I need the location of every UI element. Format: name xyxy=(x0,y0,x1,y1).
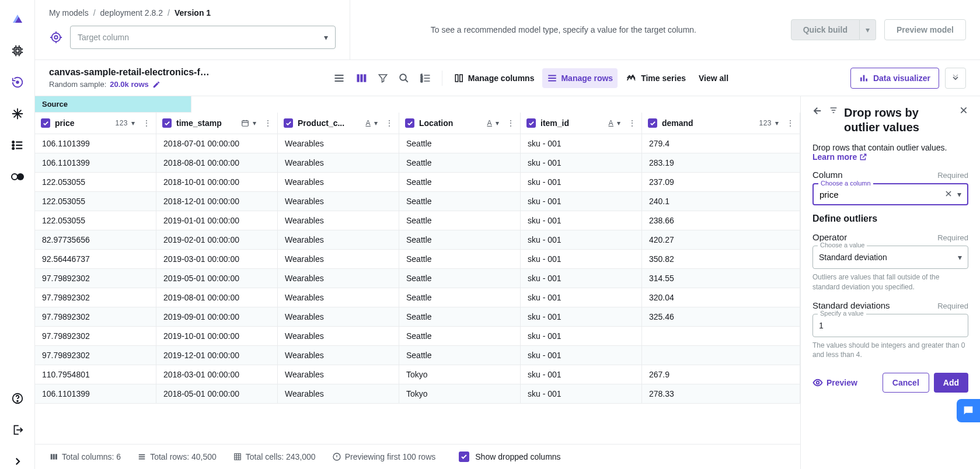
refresh-icon[interactable] xyxy=(10,75,25,90)
view-grid-icon[interactable] xyxy=(352,68,371,88)
list-icon[interactable] xyxy=(10,138,25,153)
table-row[interactable]: 97.798923022019-08-01 00:00:00WearablesS… xyxy=(35,288,800,307)
kebab-icon[interactable]: ⋮ xyxy=(787,119,794,127)
filter-settings-icon[interactable] xyxy=(829,106,838,115)
caret-down-icon[interactable]: ▾ xyxy=(617,119,620,127)
table-row[interactable]: 82.977356562019-02-01 00:00:00WearablesS… xyxy=(35,230,800,250)
caret-down-icon[interactable]: ▾ xyxy=(131,119,135,127)
caret-down-icon[interactable]: ▾ xyxy=(253,119,256,127)
logout-icon[interactable] xyxy=(10,422,25,438)
manage-columns-button[interactable]: Manage columns xyxy=(449,68,539,88)
caret-down-icon[interactable]: ▾ xyxy=(496,119,499,127)
topbar: My models / deployment 2.8.2 / Version 1… xyxy=(35,0,980,60)
checkbox-icon[interactable] xyxy=(162,118,172,128)
learn-more-link[interactable]: Learn more xyxy=(812,152,867,162)
checkbox-icon[interactable] xyxy=(526,118,536,128)
clear-icon[interactable] xyxy=(944,190,953,199)
kebab-icon[interactable]: ⋮ xyxy=(386,119,393,127)
table-cell: Wearables xyxy=(278,192,399,211)
table-row[interactable]: 122.0530552019-01-01 00:00:00WearablesSe… xyxy=(35,211,800,230)
manage-rows-button[interactable]: Manage rows xyxy=(542,68,618,88)
column-input[interactable]: Choose a column ▾ xyxy=(812,183,968,205)
toggle-icon[interactable] xyxy=(10,169,25,184)
table-body[interactable]: 106.11013992018-07-01 00:00:00WearablesS… xyxy=(35,134,800,444)
breadcrumb-deployment[interactable]: deployment 2.8.2 xyxy=(100,8,163,18)
kebab-icon[interactable]: ⋮ xyxy=(629,119,636,127)
kebab-icon[interactable]: ⋮ xyxy=(264,119,271,127)
table-row[interactable]: 106.11013992018-05-01 00:00:00WearablesT… xyxy=(35,384,800,404)
table-cell: Seattle xyxy=(399,250,521,268)
std-input[interactable]: Specify a value 1 xyxy=(812,314,968,337)
table-row[interactable]: 97.798923022019-05-01 00:00:00WearablesS… xyxy=(35,269,800,288)
snowflake-icon[interactable] xyxy=(10,106,25,121)
table-cell: 97.79892302 xyxy=(35,327,156,345)
table-row[interactable]: 97.798923022019-09-01 00:00:00WearablesS… xyxy=(35,307,800,327)
preview-model-button[interactable]: Preview model xyxy=(884,19,966,40)
expand-icon[interactable] xyxy=(945,68,966,89)
kebab-icon[interactable]: ⋮ xyxy=(507,119,514,127)
sample-rows-link[interactable]: 20.0k rows xyxy=(110,80,149,89)
column-input-field[interactable] xyxy=(819,190,944,200)
quick-build-caret[interactable]: ▾ xyxy=(860,19,876,40)
table-row[interactable]: 92.564467372019-03-01 00:00:00WearablesS… xyxy=(35,250,800,269)
expand-nav-icon[interactable] xyxy=(10,454,25,469)
svg-rect-0 xyxy=(14,48,20,54)
cancel-button[interactable]: Cancel xyxy=(883,373,929,393)
pencil-icon[interactable] xyxy=(152,80,161,89)
table-cell: 325.46 xyxy=(642,307,800,326)
chat-fab[interactable] xyxy=(957,399,980,422)
table-cell: Seattle xyxy=(399,192,521,211)
column-header[interactable]: LocationA ▾ ⋮ xyxy=(399,113,520,134)
table-row[interactable]: 97.798923022019-12-01 00:00:00WearablesS… xyxy=(35,346,800,365)
quick-build-button[interactable]: Quick build xyxy=(791,19,860,40)
back-icon[interactable] xyxy=(812,106,823,116)
table-cell: 237.09 xyxy=(642,173,800,191)
checkbox-icon[interactable] xyxy=(648,118,657,128)
view-all-button[interactable]: View all xyxy=(694,68,733,88)
checkbox-icon[interactable] xyxy=(405,118,414,128)
table-cell: 2019-10-01 00:00:00 xyxy=(156,327,278,345)
checkbox-icon[interactable] xyxy=(41,118,50,128)
table-cell: sku - 001 xyxy=(521,307,642,326)
column-header[interactable]: demand123 ▾ ⋮ xyxy=(642,113,800,134)
caret-down-icon[interactable]: ▾ xyxy=(775,119,779,127)
svg-point-9 xyxy=(17,401,18,402)
help-icon[interactable] xyxy=(10,391,25,406)
table-row[interactable]: 122.0530552018-12-01 00:00:00WearablesSe… xyxy=(35,192,800,211)
filter-icon[interactable] xyxy=(374,68,392,88)
column-header[interactable]: item_idA ▾ ⋮ xyxy=(521,113,641,134)
close-icon[interactable] xyxy=(959,106,968,115)
table-cell: Wearables xyxy=(278,230,399,249)
breadcrumb-models[interactable]: My models xyxy=(49,8,89,18)
table-row[interactable]: 106.11013992018-08-01 00:00:00WearablesS… xyxy=(35,153,800,173)
rows-icon xyxy=(547,73,557,83)
table-row[interactable]: 122.0530552018-10-01 00:00:00WearablesSe… xyxy=(35,173,800,192)
kebab-icon[interactable]: ⋮ xyxy=(143,119,150,127)
table-row[interactable]: 97.798923022019-10-01 00:00:00WearablesS… xyxy=(35,327,800,346)
table-cell xyxy=(642,346,800,365)
view-rows-icon[interactable] xyxy=(330,68,348,88)
table-row[interactable]: 106.11013992018-07-01 00:00:00WearablesS… xyxy=(35,134,800,153)
data-visualizer-button[interactable]: Data visualizer xyxy=(850,68,939,89)
target-column-select[interactable]: Target column ▾ xyxy=(70,26,336,49)
chip-icon[interactable] xyxy=(10,43,25,58)
show-dropped-toggle[interactable]: Show dropped columns xyxy=(459,452,560,462)
table-cell: 122.053055 xyxy=(35,173,156,191)
time-series-button[interactable]: Time series xyxy=(621,68,690,88)
column-header[interactable]: time_stamp ▾ ⋮ xyxy=(156,113,277,134)
svg-rect-21 xyxy=(860,77,862,81)
column-header[interactable]: Product_c...A ▾ ⋮ xyxy=(278,113,399,134)
preview-link[interactable]: Preview xyxy=(812,377,857,388)
column-header[interactable]: price123 ▾ ⋮ xyxy=(35,113,156,134)
caret-down-icon[interactable]: ▾ xyxy=(957,190,961,199)
table-cell: 350.82 xyxy=(642,250,800,268)
search-icon[interactable] xyxy=(395,68,413,88)
operator-select[interactable]: Choose a value Standard deviation ▾ xyxy=(812,246,968,269)
add-button[interactable]: Add xyxy=(934,373,968,393)
svg-point-6 xyxy=(12,174,18,180)
checkbox-icon[interactable] xyxy=(284,118,293,128)
caret-down-icon[interactable]: ▾ xyxy=(374,119,378,127)
logo-icon[interactable] xyxy=(10,12,25,27)
numbered-list-icon[interactable]: 123 xyxy=(416,68,435,88)
table-row[interactable]: 110.79548012018-03-01 00:00:00WearablesT… xyxy=(35,365,800,384)
